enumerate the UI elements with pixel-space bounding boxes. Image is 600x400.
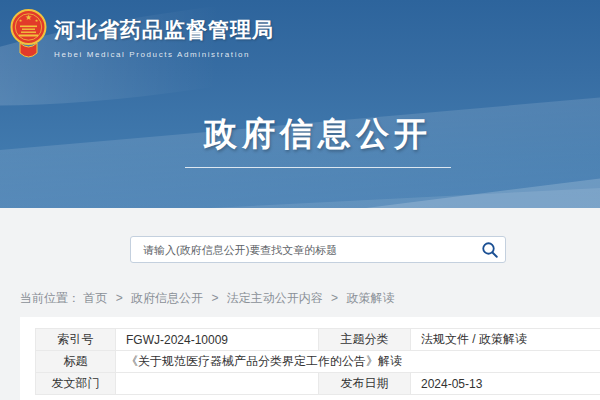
site-brand[interactable]: ★ ★ ★ 河北省药品监督管理局 Hebei Medical Products … (10, 8, 274, 61)
breadcrumb-separator: > (331, 291, 338, 305)
publish-date-value: 2024-05-13 (411, 373, 600, 395)
title-value: 《关于规范医疗器械产品分类界定工作的公告》解读 (116, 351, 600, 373)
breadcrumb-label: 当前位置： (20, 291, 80, 305)
index-number-label: 索引号 (36, 329, 116, 351)
search-input[interactable] (131, 237, 475, 262)
table-row: 索引号 FGWJ-2024-10009 主题分类 法规文件 / 政策解读 (36, 329, 600, 351)
publish-date-label: 发布日期 (319, 373, 411, 395)
search-icon[interactable] (475, 237, 505, 262)
issuing-department-value (116, 373, 319, 395)
breadcrumb-item-info-disclosure[interactable]: 政府信息公开 (131, 291, 203, 305)
svg-text:★: ★ (35, 18, 39, 23)
topic-category-value: 法规文件 / 政策解读 (411, 329, 600, 351)
breadcrumb: 当前位置： 首页 > 政府信息公开 > 法定主动公开内容 > 政策解读 (20, 290, 394, 307)
content-area: 当前位置： 首页 > 政府信息公开 > 法定主动公开内容 > 政策解读 索引号 … (0, 208, 600, 400)
table-row: 标题 《关于规范医疗器械产品分类界定工作的公告》解读 (36, 351, 600, 373)
svg-text:★: ★ (25, 13, 32, 22)
site-subtitle: Hebei Medical Products Administration (54, 50, 274, 59)
table-row: 发文部门 发布日期 2024-05-13 (36, 373, 600, 395)
document-meta-table: 索引号 FGWJ-2024-10009 主题分类 法规文件 / 政策解读 标题 … (35, 328, 600, 395)
banner-underline (185, 167, 451, 168)
banner-title: 政府信息公开 (0, 112, 600, 157)
svg-text:★: ★ (19, 18, 23, 23)
breadcrumb-item-statutory-content[interactable]: 法定主动公开内容 (227, 291, 323, 305)
breadcrumb-item-policy-interpretation[interactable]: 政策解读 (346, 291, 394, 305)
breadcrumb-separator: > (211, 291, 218, 305)
breadcrumb-separator: > (116, 291, 123, 305)
index-number-value: FGWJ-2024-10009 (116, 329, 319, 351)
title-label: 标题 (36, 351, 116, 373)
document-info-card: 索引号 FGWJ-2024-10009 主题分类 法规文件 / 政策解读 标题 … (20, 317, 600, 400)
china-national-emblem-icon: ★ ★ ★ (10, 8, 47, 61)
page-viewport: ★ ★ ★ 河北省药品监督管理局 Hebei Medical Products … (0, 0, 600, 400)
breadcrumb-item-home[interactable]: 首页 (83, 291, 107, 305)
issuing-department-label: 发文部门 (36, 373, 116, 395)
site-title: 河北省药品监督管理局 (54, 16, 274, 44)
site-header: ★ ★ ★ 河北省药品监督管理局 Hebei Medical Products … (0, 0, 600, 208)
search-bar (130, 236, 506, 263)
topic-category-label: 主题分类 (319, 329, 411, 351)
